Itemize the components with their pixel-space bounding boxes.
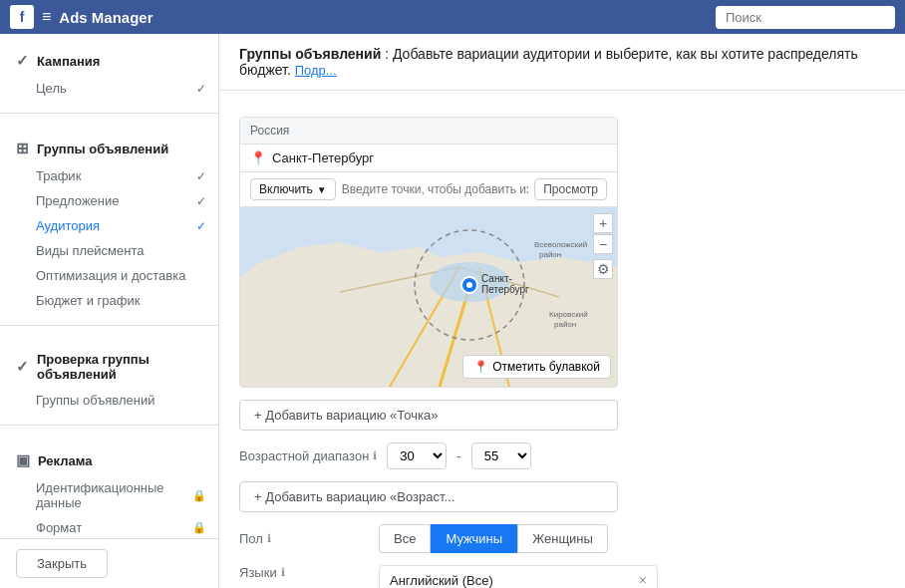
main-content: Группы объявлений : Добавьте вариации ау…: [219, 34, 905, 588]
svg-text:Кировский: Кировский: [549, 310, 588, 319]
app-header: f ≡ Ads Manager: [0, 0, 905, 34]
gender-male-btn[interactable]: Мужчины: [431, 524, 517, 553]
age-row: Возрастной диапазон ℹ 30 - 55: [239, 442, 885, 469]
add-age-button[interactable]: + Добавить вариацию «Возраст...: [239, 481, 618, 512]
sidebar: ✓ Кампания Цель ✓ ⊞ Группы объявлений Тр…: [0, 34, 219, 588]
gender-info-icon: ℹ: [267, 532, 271, 545]
lock-icon: 🔒: [192, 489, 206, 502]
sidebar-item-placements[interactable]: Виды плейсмента: [0, 238, 218, 263]
svg-text:Всеволожский: Всеволожский: [534, 240, 587, 249]
check-section-icon: ✓: [16, 358, 29, 376]
close-button[interactable]: Закрыть: [16, 549, 108, 578]
page-header: Группы объявлений : Добавьте вариации ау…: [219, 34, 905, 91]
marker-icon: 📍: [473, 360, 488, 374]
search-input[interactable]: [716, 6, 895, 29]
location-city-row: 📍 Санкт-Петербург: [240, 145, 617, 172]
sidebar-section-adgroups-header: ⊞ Группы объявлений: [0, 134, 218, 163]
chevron-down-icon: ▼: [317, 184, 327, 195]
svg-point-12: [466, 282, 472, 288]
lock-icon: 🔒: [192, 521, 206, 534]
location-country: Россия: [240, 118, 617, 145]
svg-text:Санкт-: Санкт-: [481, 273, 512, 284]
check-icon: ✓: [196, 82, 206, 96]
sidebar-section-ads-label: Реклама: [38, 453, 92, 468]
add-point-button[interactable]: + Добавить вариацию «Точка»: [239, 400, 618, 431]
sidebar-item-traffic[interactable]: Трафик ✓: [0, 163, 218, 188]
sidebar-item-budget[interactable]: Бюджет и график: [0, 288, 218, 313]
gender-all-btn[interactable]: Все: [379, 524, 431, 553]
sidebar-section-check-header: ✓ Проверка группы объявлений: [0, 346, 218, 388]
check-icon: ✓: [196, 219, 206, 233]
gender-female-btn[interactable]: Женщины: [517, 524, 608, 553]
languages-label: Языки ℹ: [239, 565, 369, 580]
sidebar-section-check-label: Проверка группы объявлений: [37, 352, 202, 382]
sidebar-item-optimization[interactable]: Оптимизация и доставка: [0, 263, 218, 288]
sidebar-footer: Закрыть: [0, 538, 218, 588]
divider-2: [0, 325, 218, 326]
languages-row: Языки ℹ Английский (Все) × Русский ×: [239, 565, 885, 588]
main-layout: ✓ Кампания Цель ✓ ⊞ Группы объявлений Тр…: [0, 34, 905, 588]
zoom-in-btn[interactable]: +: [593, 213, 613, 233]
content-area: Россия 📍 Санкт-Петербург Включить ▼ Прос…: [219, 91, 905, 588]
adgroups-icon: ⊞: [16, 140, 29, 157]
age-dash: -: [456, 448, 460, 463]
svg-text:район: район: [554, 320, 576, 329]
sidebar-section-check: ✓ Проверка группы объявлений Группы объя…: [0, 334, 218, 417]
app-title: Ads Manager: [59, 9, 716, 26]
sidebar-item-offer[interactable]: Предложение ✓: [0, 188, 218, 213]
age-info-icon: ℹ: [373, 449, 377, 462]
location-search-input[interactable]: [342, 182, 528, 196]
location-box: Россия 📍 Санкт-Петербург Включить ▼ Прос…: [239, 117, 618, 388]
sidebar-section-campaign-label: Кампания: [37, 54, 100, 69]
language-item-en: Английский (Все) ×: [380, 566, 657, 588]
sidebar-item-format: Формат 🔒: [0, 515, 218, 540]
gender-row: Пол ℹ Все Мужчины Женщины: [239, 524, 885, 553]
fb-logo: f: [10, 5, 34, 29]
pin-icon: 📍: [250, 150, 266, 165]
lang-info-icon: ℹ: [281, 566, 285, 579]
remove-lang-en-btn[interactable]: ×: [639, 572, 647, 588]
zoom-out-btn[interactable]: −: [593, 234, 613, 254]
check-icon: ✓: [196, 194, 206, 208]
sidebar-section-ads-header: ▣ Реклама: [0, 445, 218, 475]
location-city-name: Санкт-Петербург: [272, 150, 374, 165]
map-container: Санкт- Петербург Всеволожский район Киро…: [240, 207, 618, 387]
svg-text:Петербург: Петербург: [481, 284, 529, 295]
map-marker-button[interactable]: 📍 Отметить булавкой: [462, 355, 611, 379]
age-min-select[interactable]: 30: [387, 442, 447, 469]
gender-group: Все Мужчины Женщины: [379, 524, 608, 553]
map-controls: + − ⚙: [593, 213, 613, 279]
view-button[interactable]: Просмотр: [534, 178, 607, 200]
location-include-row: Включить ▼ Просмотр: [240, 172, 617, 207]
sidebar-item-adgroups-check[interactable]: Группы объявлений: [0, 388, 218, 413]
ads-icon: ▣: [16, 451, 30, 469]
campaign-icon: ✓: [16, 52, 29, 70]
sidebar-item-id-data: Идентификационные данные 🔒: [0, 475, 218, 515]
sidebar-section-campaign: ✓ Кампания Цель ✓: [0, 34, 218, 105]
languages-container: Английский (Все) × Русский ×: [379, 565, 658, 588]
menu-icon[interactable]: ≡: [42, 8, 51, 26]
sidebar-item-goal[interactable]: Цель ✓: [0, 76, 218, 101]
page-header-title: Группы объявлений: [239, 46, 381, 62]
age-label: Возрастной диапазон ℹ: [239, 448, 377, 463]
check-icon: ✓: [196, 169, 206, 183]
sidebar-section-adgroups-label: Группы объявлений: [37, 142, 168, 156]
gender-label: Пол ℹ: [239, 531, 369, 546]
map-settings-btn[interactable]: ⚙: [593, 259, 613, 279]
svg-text:район: район: [539, 250, 561, 259]
divider-1: [0, 113, 218, 114]
include-dropdown[interactable]: Включить ▼: [250, 178, 336, 200]
sidebar-section-adgroups: ⊞ Группы объявлений Трафик ✓ Предложение…: [0, 122, 218, 317]
sidebar-item-audience[interactable]: Аудитория ✓: [0, 213, 218, 238]
page-header-link[interactable]: Подр...: [295, 63, 337, 78]
sidebar-section-campaign-header: ✓ Кампания: [0, 46, 218, 76]
form-section: Россия 📍 Санкт-Петербург Включить ▼ Прос…: [239, 107, 885, 588]
age-max-select[interactable]: 55: [471, 442, 531, 469]
divider-3: [0, 425, 218, 426]
